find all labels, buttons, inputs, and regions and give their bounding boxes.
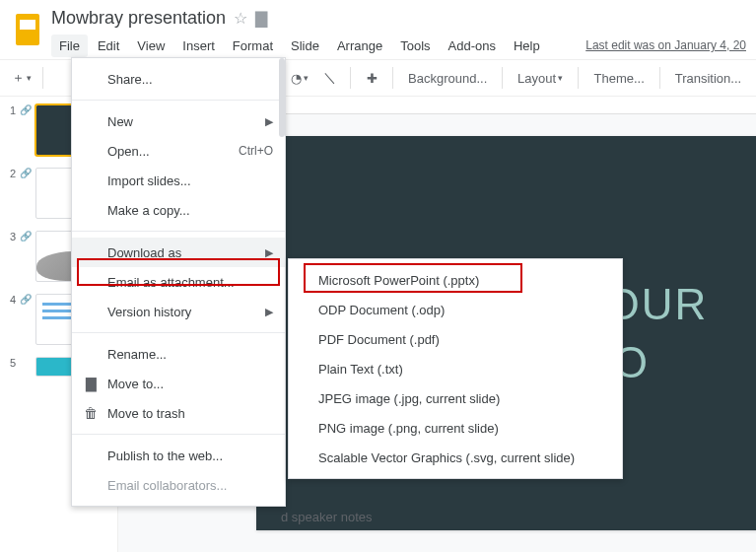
submenu-arrow-icon: ▶ [265,306,273,318]
shortcut-label: Ctrl+O [239,144,273,158]
slides-app-icon[interactable] [10,6,45,53]
layout-button[interactable]: Layout▾ [511,65,570,91]
menu-addons[interactable]: Add-ons [441,34,504,57]
menu-item-email-collaborators[interactable]: Email collaborators... [72,470,285,500]
speaker-notes-placeholder[interactable]: d speaker notes [281,510,373,524]
menu-separator [72,100,285,101]
background-button[interactable]: Background... [401,65,494,91]
menu-item-new[interactable]: New▶ [72,106,285,136]
menu-item-move-to-trash[interactable]: 🗑Move to trash [72,398,285,428]
toolbar-separator [502,67,503,89]
menu-item-make-copy[interactable]: Make a copy... [72,195,285,225]
header: Mowbray presentation ☆ ▇ File Edit View … [0,0,756,59]
submenu-item-pptx[interactable]: Microsoft PowerPoint (.pptx) [289,265,622,295]
toolbar-separator [659,67,660,89]
link-icon: 🔗 [20,231,32,242]
thumb-number: 1 [6,104,16,156]
trash-icon: 🗑 [82,405,100,421]
submenu-item-pdf[interactable]: PDF Document (.pdf) [289,324,622,354]
menu-item-download-as[interactable]: Download as▶ [72,238,285,267]
menu-slide[interactable]: Slide [283,34,327,57]
menu-item-rename[interactable]: Rename... [72,339,285,369]
toolbar-separator [42,67,43,89]
submenu-item-png[interactable]: PNG image (.png, current slide) [289,413,622,443]
thumb-number: 3 [6,231,16,282]
menu-help[interactable]: Help [506,34,548,57]
menu-view[interactable]: View [129,34,172,57]
thumb-number: 4 [6,294,16,345]
menu-item-share[interactable]: Share... [72,64,285,94]
toolbar-separator [350,67,351,89]
slides-logo-icon [16,14,39,45]
submenu-item-txt[interactable]: Plain Text (.txt) [289,354,622,383]
menu-separator [72,332,285,333]
link-icon: 🔗 [20,168,32,178]
menu-arrange[interactable]: Arrange [329,34,390,57]
menu-tools[interactable]: Tools [392,34,438,57]
menu-separator [72,434,285,435]
menu-item-move-to[interactable]: ▇Move to... [72,369,285,398]
download-as-submenu: Microsoft PowerPoint (.pptx) ODP Documen… [288,258,623,479]
thumb-number: 5 [6,357,16,377]
submenu-item-odp[interactable]: ODP Document (.odp) [289,295,622,324]
submenu-item-svg[interactable]: Scalable Vector Graphics (.svg, current … [289,443,622,472]
transition-button[interactable]: Transition... [668,65,748,91]
toolbar-separator [578,67,579,89]
comment-icon[interactable]: ✚ [359,65,384,91]
file-menu-panel: Share... New▶ Open...Ctrl+O Import slide… [71,57,286,507]
menu-item-version-history[interactable]: Version history▶ [72,297,285,326]
link-icon: 🔗 [20,294,32,305]
menu-item-publish-web[interactable]: Publish to the web... [72,441,285,470]
theme-button[interactable]: Theme... [586,65,652,91]
new-slide-button[interactable]: ＋▾ [8,65,34,91]
submenu-item-jpeg[interactable]: JPEG image (.jpg, current slide) [289,383,622,413]
shape-icon[interactable]: ◔▾ [287,65,312,91]
menu-file[interactable]: File [51,34,88,57]
submenu-arrow-icon: ▶ [265,115,273,128]
menu-item-import-slides[interactable]: Import slides... [72,166,285,195]
folder-icon[interactable]: ▇ [255,9,267,28]
document-title[interactable]: Mowbray presentation [51,8,226,29]
submenu-arrow-icon: ▶ [265,246,273,259]
menu-bar: File Edit View Insert Format Slide Arran… [51,32,746,59]
menu-edit[interactable]: Edit [90,34,127,57]
folder-icon: ▇ [82,376,100,391]
toolbar-separator [392,67,393,89]
thumb-number: 2 [6,168,16,219]
line-icon[interactable]: ＼ [316,65,342,91]
title-area: Mowbray presentation ☆ ▇ File Edit View … [45,6,746,59]
menu-separator [72,231,285,232]
link-icon: 🔗 [20,104,32,115]
menu-item-email-attachment[interactable]: Email as attachment... [72,267,285,297]
menu-insert[interactable]: Insert [174,34,223,57]
last-edit-link[interactable]: Last edit was on January 4, 20 [585,38,746,52]
star-icon[interactable]: ☆ [234,9,247,28]
menu-format[interactable]: Format [225,34,281,57]
menu-item-open[interactable]: Open...Ctrl+O [72,136,285,166]
